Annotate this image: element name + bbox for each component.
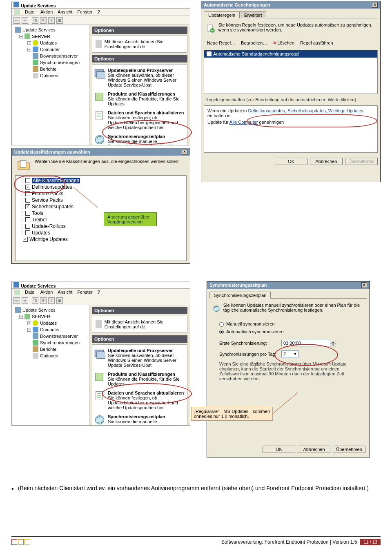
back-icon[interactable]: ⇐ (13, 17, 20, 24)
tool-icon[interactable]: ◫ (32, 17, 38, 24)
new-rule-link[interactable]: Neue Regel… (207, 40, 235, 46)
tree-reports[interactable]: Berichte (13, 66, 88, 72)
tree-sync[interactable]: Synchronisierungen (13, 59, 88, 66)
menu-help[interactable]: ? (98, 290, 100, 295)
option-sync-plan[interactable]: SynchronisierungszeitplanSie können die … (93, 133, 186, 145)
class-item-3[interactable]: ⋮Service Packs (19, 197, 183, 203)
menu-help[interactable]: ? (98, 9, 100, 15)
close-icon[interactable]: × (182, 149, 187, 155)
option-files-lang[interactable]: Dateien und Sprachen aktualisierenSie kö… (93, 390, 186, 413)
menu-window[interactable]: Fenster (77, 9, 92, 15)
rule-row[interactable]: ✓ Automatische Standardgenehmigungsregel (204, 50, 377, 58)
option-products[interactable]: Produkte und KlassifizierungenSie können… (93, 91, 186, 109)
svg-rect-1 (97, 71, 105, 78)
menu-file[interactable]: Datei (25, 9, 36, 15)
sys-menu-icon[interactable] (14, 9, 20, 15)
menu-file[interactable]: Datei (25, 290, 36, 295)
class-checkbox[interactable] (25, 178, 30, 183)
class-item-6[interactable]: ⋮Treiber (19, 216, 183, 223)
tab-syncplan[interactable]: Synchronisierungszeitplan (209, 292, 271, 299)
tool-icon[interactable]: ◫ (32, 297, 38, 304)
tree-downstream[interactable]: Downstreamserver (13, 333, 88, 339)
green-annotation: Änderung gegenüber Vorgängerversion (104, 212, 157, 226)
rule-classification-link[interactable]: Definitionsupdates, Sicherheitsupdates, … (248, 108, 363, 113)
delete-rule-link[interactable]: ✕Löschen (273, 40, 294, 46)
class-item-5[interactable]: ⋮Tools (19, 210, 183, 216)
radio-auto[interactable]: Automatisch synchronisieren (207, 328, 370, 339)
class-item-1[interactable]: ⋮✓Definitionsupdates (19, 184, 183, 190)
sys-menu-icon[interactable] (14, 290, 20, 295)
refresh-icon[interactable]: ⟳ (40, 297, 47, 304)
first-sync-input[interactable]: 03:00:00 (281, 340, 330, 346)
tree-root[interactable]: Update Services (13, 27, 88, 33)
help-icon[interactable]: ? (48, 17, 55, 24)
option-source-proxy[interactable]: Updatequelle und ProxyserverSie können a… (93, 67, 186, 91)
tree-sync[interactable]: Synchronisierungen (13, 339, 88, 346)
class-checkbox[interactable]: ✓ (25, 204, 30, 209)
menu-action[interactable]: Aktion (40, 9, 53, 15)
option-products[interactable]: Produkte und KlassifizierungenSie können… (93, 371, 186, 390)
forward-icon[interactable]: ⇒ (22, 297, 28, 304)
svg-rect-2 (96, 93, 103, 101)
time-spinner[interactable]: ▴▾ (330, 340, 336, 346)
ok-button[interactable]: OK (263, 446, 295, 453)
class-item-9[interactable]: ✓Wichtige Updates (19, 236, 183, 243)
option-files-lang[interactable]: Dateien und Sprachen aktualisierenSie kö… (93, 109, 186, 133)
tree-updates[interactable]: +Updates (13, 320, 88, 326)
run-rule-link[interactable]: Regel ausführen (300, 40, 333, 46)
class-checkbox[interactable]: ✓ (25, 185, 30, 190)
option-source-proxy[interactable]: Updatequelle und ProxyserverSie können a… (93, 347, 186, 371)
class-checkbox[interactable] (25, 191, 30, 196)
tree-server[interactable]: −SERVER (13, 313, 88, 320)
rule-checkbox[interactable]: ✓ (207, 51, 212, 56)
cancel-button[interactable]: Abbrechen (298, 446, 330, 453)
tree-computer[interactable]: +Computer (13, 46, 88, 53)
per-day-select[interactable]: 2 ▾ (281, 350, 298, 357)
tree-options[interactable]: Optionen (13, 352, 88, 359)
close-icon[interactable]: × (372, 2, 378, 8)
class-item-4[interactable]: ⋮✓Sicherheitsupdates (19, 203, 183, 210)
option-sync-plan[interactable]: SynchronisierungszeitplanSie können die … (93, 413, 186, 425)
edit-rule-link[interactable]: Bearbeiten… (241, 40, 267, 46)
class-item-2[interactable]: ⋮Feature Packs (19, 190, 183, 197)
tiles-icon[interactable]: ▦ (56, 17, 63, 24)
close-icon[interactable]: × (361, 282, 367, 288)
dialog-title-bar[interactable]: Updateklassifizierungen auswählen × (12, 148, 190, 156)
class-item-7[interactable]: ⋮Update-Rollups (19, 223, 183, 230)
apply-button[interactable]: Übernehmen (333, 446, 365, 453)
forward-icon[interactable]: ⇒ (22, 17, 28, 24)
menu-window[interactable]: Fenster (77, 290, 92, 295)
class-checkbox[interactable] (25, 230, 30, 235)
cancel-button[interactable]: Abbrechen (310, 158, 343, 165)
tiles-icon[interactable]: ▦ (56, 297, 63, 304)
menu-view[interactable]: Ansicht (58, 290, 72, 295)
class-checkbox[interactable] (25, 198, 30, 203)
class-item-0[interactable]: ⋮Alle Klassifizierungen (19, 177, 183, 184)
dialog-title-bar[interactable]: Synchronisierungszeitplan × (207, 281, 370, 289)
tree-computer[interactable]: +Computer (13, 326, 88, 333)
menu-action[interactable]: Aktion (40, 290, 53, 295)
tree-reports[interactable]: Berichte (13, 346, 88, 352)
ok-button[interactable]: OK (275, 158, 307, 165)
class-checkbox[interactable] (25, 224, 30, 229)
tab-updateregeln[interactable]: Updateregeln (204, 11, 240, 18)
tree-options[interactable]: Optionen (13, 72, 88, 79)
back-icon[interactable]: ⇐ (13, 297, 20, 304)
class-checkbox[interactable]: ✓ (23, 237, 28, 242)
class-checkbox[interactable] (25, 217, 30, 222)
refresh-icon[interactable]: ⟳ (40, 17, 47, 24)
radio-manual[interactable]: Manuell synchronisieren (207, 319, 370, 328)
class-checkbox[interactable] (25, 211, 30, 216)
tree-downstream[interactable]: Downstreamserver (13, 53, 88, 59)
tree-root[interactable]: Update Services (13, 307, 88, 313)
tree-updates[interactable]: +Updates (13, 40, 88, 46)
menu-view[interactable]: Ansicht (58, 9, 72, 15)
rule-computer-link[interactable]: Alle Computer (229, 120, 258, 125)
help-icon[interactable]: ? (48, 297, 55, 304)
tab-erweitert[interactable]: Erweitert (240, 11, 266, 18)
class-item-8[interactable]: ⋮Updates (19, 230, 183, 236)
dialog-title-bar[interactable]: Automatische Genehmigungen × (201, 1, 380, 9)
first-sync-row: Erste Synchronisierung: 03:00:00▴▾ (207, 338, 370, 348)
apply-button[interactable]: Übernehmen (345, 158, 378, 165)
tree-server[interactable]: −SERVER (13, 33, 88, 40)
